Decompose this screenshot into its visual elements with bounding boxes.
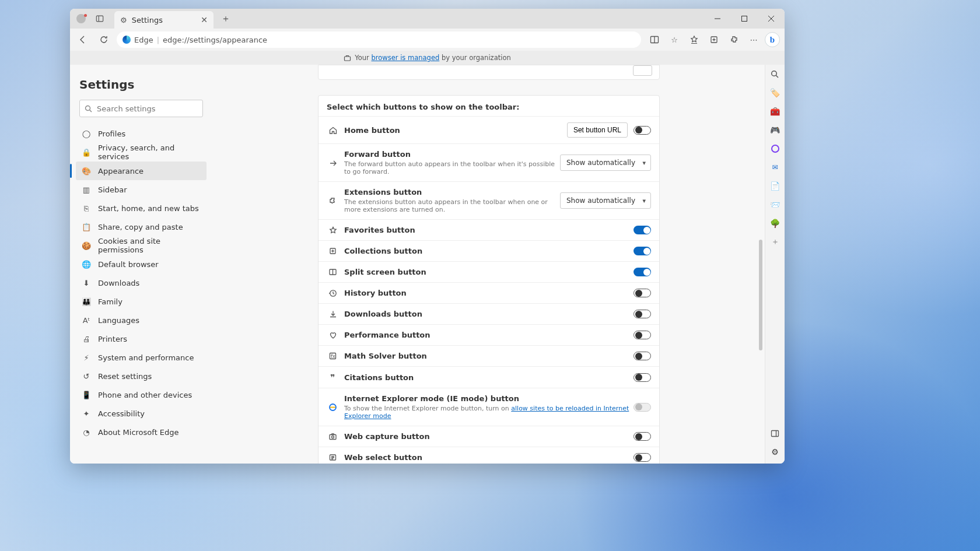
- refresh-button[interactable]: [96, 31, 112, 48]
- settings-nav-item[interactable]: 📋Share, copy and paste: [76, 217, 206, 236]
- settings-nav-item[interactable]: ◯Profiles: [76, 124, 206, 143]
- settings-nav-item[interactable]: 🔒Privacy, search, and services: [76, 143, 206, 162]
- previous-card-cutoff: [318, 65, 660, 80]
- toolbar-buttons-card: Select which buttons to show on the tool…: [318, 95, 660, 464]
- tab-actions-button[interactable]: [92, 11, 107, 26]
- settings-nav-item[interactable]: 👪Family: [76, 292, 206, 311]
- settings-nav-item[interactable]: 🌐Default browser: [76, 255, 206, 273]
- browser-icon: 🌐: [82, 260, 91, 269]
- webselect-toggle[interactable]: [634, 453, 651, 462]
- new-tab-button[interactable]: ＋: [217, 13, 235, 25]
- collections-icon: [327, 247, 338, 255]
- svg-rect-3: [742, 16, 747, 22]
- settings-nav-label: System and performance: [98, 353, 194, 362]
- managed-link[interactable]: browser is managed: [372, 54, 440, 62]
- sidebar-settings-icon[interactable]: ⚙: [769, 446, 781, 458]
- toolbar-row-webselect: Web select button: [318, 447, 659, 464]
- toolbar-row-collections: Collections button: [318, 240, 659, 261]
- sidebar-drop-icon[interactable]: 📄: [769, 180, 781, 192]
- webselect-icon: [327, 453, 338, 462]
- settings-nav-item[interactable]: 🍪Cookies and site permissions: [76, 236, 206, 255]
- close-window-button[interactable]: [758, 9, 785, 29]
- favorites-list-icon[interactable]: [685, 31, 703, 48]
- phone-icon: 📱: [82, 391, 91, 399]
- toolbar-row-history: History button: [318, 282, 659, 303]
- history-toggle[interactable]: [634, 289, 651, 297]
- webcapture-toggle[interactable]: [634, 432, 651, 441]
- titlebar: ⚙ Settings ✕ ＋: [70, 9, 785, 29]
- citations-toggle[interactable]: [634, 373, 651, 382]
- close-tab-button[interactable]: ✕: [201, 15, 208, 24]
- clipboard-icon: 📋: [82, 223, 91, 231]
- settings-search-placeholder: Search settings: [97, 104, 156, 113]
- mathsolver-toggle[interactable]: [634, 352, 651, 360]
- back-button[interactable]: [75, 31, 91, 48]
- performance-toggle[interactable]: [634, 331, 651, 339]
- settings-nav-item[interactable]: AᵗLanguages: [76, 311, 206, 329]
- minimize-button[interactable]: [704, 9, 731, 29]
- tab-title: Settings: [132, 16, 163, 24]
- extensions-select[interactable]: Show automatically: [560, 192, 651, 209]
- sidebar-outlook-icon[interactable]: ✉: [769, 162, 781, 173]
- more-menu-button[interactable]: ⋯: [745, 31, 762, 48]
- sidebar-icon: ▥: [82, 185, 91, 194]
- camera-icon: [327, 432, 338, 441]
- history-icon: [327, 289, 338, 297]
- settings-nav-item[interactable]: ✦Accessibility: [76, 404, 206, 423]
- tab-settings[interactable]: ⚙ Settings ✕: [114, 11, 214, 29]
- svg-line-14: [90, 110, 92, 112]
- address-url: edge://settings/appearance: [163, 36, 267, 44]
- settings-nav-item[interactable]: 📱Phone and other devices: [76, 385, 206, 404]
- sidebar-shopping-icon[interactable]: 🏷️: [769, 87, 781, 99]
- prev-card-select[interactable]: [633, 65, 653, 76]
- sidebar-add-icon[interactable]: ＋: [769, 236, 781, 248]
- profile-button[interactable]: [74, 11, 89, 26]
- row-desc: The forward button auto appears in the t…: [344, 160, 560, 176]
- svg-line-31: [776, 75, 778, 78]
- sidebar-tools-icon[interactable]: 🧰: [769, 106, 781, 117]
- toolbar-row-extensions: Extensions buttonThe extensions button a…: [318, 181, 659, 219]
- splitscreen-toggle[interactable]: [634, 268, 651, 276]
- settings-nav-item[interactable]: ▥Sidebar: [76, 180, 206, 199]
- sidebar-games-icon[interactable]: 🎮: [769, 124, 781, 136]
- settings-nav-item[interactable]: ⎘Start, home, and new tabs: [76, 199, 206, 217]
- home-button-toggle[interactable]: [634, 126, 651, 135]
- settings-nav-item[interactable]: ⬇Downloads: [76, 273, 206, 292]
- downloads-toggle[interactable]: [634, 310, 651, 318]
- reset-icon: ↺: [82, 372, 91, 381]
- settings-nav-item[interactable]: ↺Reset settings: [76, 367, 206, 385]
- split-screen-toolbar-icon[interactable]: [646, 31, 663, 48]
- settings-nav-item[interactable]: ◔About Microsoft Edge: [76, 423, 206, 441]
- ie-mode-link[interactable]: allow sites to be reloaded in Internet E…: [344, 405, 629, 420]
- settings-search-input[interactable]: Search settings: [79, 100, 203, 117]
- favorite-star-icon[interactable]: ☆: [666, 31, 683, 48]
- settings-nav-item[interactable]: 🖨Printers: [76, 329, 206, 348]
- managed-suffix: by your organization: [439, 54, 510, 62]
- sidebar-panel-toggle-icon[interactable]: [769, 427, 781, 439]
- bing-button[interactable]: b: [765, 32, 780, 47]
- sidebar-tree-icon[interactable]: 🌳: [769, 217, 781, 229]
- puzzle-icon: [327, 196, 338, 205]
- collections-toolbar-icon[interactable]: [705, 31, 723, 48]
- sidebar-m365-icon[interactable]: [769, 143, 781, 155]
- settings-nav-item[interactable]: ⚡System and performance: [76, 348, 206, 367]
- row-title: History button: [344, 289, 634, 297]
- forward-select[interactable]: Show automatically: [560, 155, 651, 171]
- sidebar-send-icon[interactable]: 📨: [769, 199, 781, 210]
- extensions-toolbar-icon[interactable]: [725, 31, 743, 48]
- address-bar[interactable]: Edge | edge://settings/appearance: [117, 31, 641, 48]
- set-button-url-button[interactable]: Set button URL: [567, 122, 628, 138]
- row-title: Web capture button: [344, 432, 634, 441]
- row-desc: The extensions button auto appears in th…: [344, 198, 560, 213]
- favorites-toggle[interactable]: [634, 226, 651, 234]
- sidebar-search-icon[interactable]: [769, 68, 781, 80]
- scrollbar-thumb[interactable]: [759, 240, 762, 350]
- svg-point-30: [772, 71, 777, 76]
- settings-nav-item[interactable]: 🎨Appearance: [76, 162, 206, 180]
- row-title: Favorites button: [344, 226, 634, 234]
- collections-toggle[interactable]: [634, 247, 651, 255]
- palette-icon: 🎨: [82, 167, 91, 176]
- maximize-button[interactable]: [731, 9, 758, 29]
- settings-nav-label: Start, home, and new tabs: [98, 204, 199, 213]
- cookie-icon: 🍪: [82, 241, 91, 250]
